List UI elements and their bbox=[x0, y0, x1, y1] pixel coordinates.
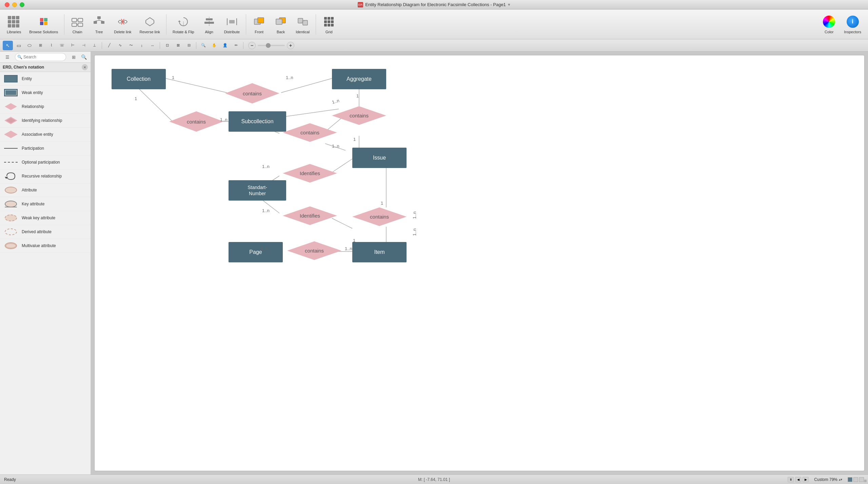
back-button[interactable]: Back bbox=[271, 12, 291, 37]
relationship-contains5[interactable]: contains bbox=[352, 207, 407, 226]
sidebar-top: ☰ 🔍 ⊞ 🔍 bbox=[0, 52, 91, 63]
zoom-tool[interactable]: 🔍 bbox=[198, 41, 209, 50]
libraries-button[interactable]: Libraries bbox=[3, 12, 24, 37]
diagram-canvas[interactable]: Collection Aggregate Subcollection Issue… bbox=[94, 55, 865, 471]
sidebar-item-relationship[interactable]: Relationship bbox=[0, 100, 91, 114]
color-button[interactable]: Color bbox=[819, 12, 839, 37]
sidebar-item-key-attribute[interactable]: Key attribute bbox=[0, 197, 91, 211]
chain-button[interactable]: Chain bbox=[67, 12, 87, 37]
resize-handle[interactable]: ⊞ bbox=[864, 479, 867, 483]
reverse-link-button[interactable]: Reverse link bbox=[136, 12, 164, 37]
relationship-contains2[interactable]: contains bbox=[169, 111, 223, 132]
arrow-h-tool[interactable]: ↔ bbox=[147, 41, 158, 50]
relationship-contains1[interactable]: contains bbox=[225, 83, 279, 104]
page-dot-2[interactable] bbox=[853, 477, 858, 482]
tree-button[interactable]: Tree bbox=[89, 12, 109, 37]
derived-attribute-label: Derived attribute bbox=[22, 229, 52, 234]
fork-tool-2[interactable]: ⊣ bbox=[79, 41, 89, 50]
curve-tool[interactable]: ∿ bbox=[115, 41, 125, 50]
sidebar-item-derived-attribute[interactable]: Derived attribute bbox=[0, 225, 91, 239]
fork-tool-1[interactable]: ⊢ bbox=[68, 41, 78, 50]
relationship-contains4[interactable]: contains bbox=[283, 123, 337, 142]
line-tool[interactable]: ╱ bbox=[104, 41, 114, 50]
distribute-button[interactable]: Distribute bbox=[221, 12, 243, 37]
participation-label: Participation bbox=[22, 146, 44, 151]
svg-line-37 bbox=[139, 89, 173, 122]
search-input[interactable] bbox=[15, 53, 66, 61]
entity-subcollection[interactable]: Subcollection bbox=[229, 111, 286, 132]
sidebar-item-identifying-rel[interactable]: Identifying relationship bbox=[0, 114, 91, 128]
maximize-button[interactable] bbox=[20, 2, 24, 7]
connector-tool[interactable]: ⌇ bbox=[46, 41, 56, 50]
pause-button[interactable]: ⏸ bbox=[788, 477, 794, 482]
phone-tool[interactable]: ☏ bbox=[57, 41, 67, 50]
close-button[interactable] bbox=[5, 2, 9, 7]
sidebar-search-button[interactable]: 🔍 bbox=[80, 53, 88, 61]
entity-standart-number[interactable]: Standart-Number bbox=[229, 180, 286, 201]
hand-tool[interactable]: ✋ bbox=[209, 41, 219, 50]
sidebar-item-recursive-rel[interactable]: Recursive relationship bbox=[0, 169, 91, 183]
rotate-flip-button[interactable]: Rotate & Flip bbox=[169, 12, 198, 37]
entity-item[interactable]: Item bbox=[352, 242, 407, 262]
pen-tool[interactable]: ✏ bbox=[231, 41, 241, 50]
entity-page[interactable]: Page bbox=[229, 242, 283, 262]
table-tool[interactable]: ⊞ bbox=[35, 41, 45, 50]
ellipse-tool[interactable]: ⬭ bbox=[24, 41, 35, 50]
sidebar-list-view[interactable]: ☰ bbox=[3, 53, 12, 61]
sidebar-item-weak-key-attribute[interactable]: Weak key attribute bbox=[0, 211, 91, 225]
arrow-v-tool[interactable]: ↕ bbox=[137, 41, 147, 50]
zoom-in-button[interactable]: + bbox=[287, 42, 294, 49]
toolbar-divider-1 bbox=[64, 14, 64, 35]
fork-tool-3[interactable]: ⊥ bbox=[90, 41, 100, 50]
label-id2-l: 1..n bbox=[262, 208, 270, 213]
minimize-button[interactable] bbox=[12, 2, 17, 7]
sidebar-item-assoc-entity[interactable]: Associative entity bbox=[0, 128, 91, 142]
zoom-slider[interactable] bbox=[258, 45, 285, 46]
select2-tool[interactable]: ⊡ bbox=[162, 41, 172, 50]
tree-icon bbox=[92, 15, 106, 29]
browse-solutions-button[interactable]: Browse Solutions bbox=[26, 12, 61, 37]
page-dot-3[interactable] bbox=[859, 477, 864, 482]
sidebar-item-participation[interactable]: Participation bbox=[0, 142, 91, 155]
identical-button[interactable]: Identical bbox=[292, 12, 313, 37]
next-page-button[interactable]: ▶ bbox=[803, 477, 809, 482]
person-tool[interactable]: 👤 bbox=[220, 41, 230, 50]
sidebar-grid-view[interactable]: ⊞ bbox=[69, 53, 78, 61]
zoom-chevron[interactable]: ▴▾ bbox=[839, 478, 842, 481]
window-title: ER Entity Relationship Diagram for Elect… bbox=[358, 2, 510, 7]
derived-attribute-preview bbox=[3, 227, 18, 237]
front-button[interactable]: Front bbox=[249, 12, 269, 37]
sidebar-item-attribute[interactable]: Attribute bbox=[0, 183, 91, 197]
traffic-lights bbox=[5, 2, 24, 7]
entity-collection[interactable]: Collection bbox=[112, 69, 166, 89]
svg-rect-26 bbox=[229, 20, 235, 23]
relationship-contains6[interactable]: contains bbox=[287, 241, 341, 260]
wave-tool[interactable]: 〜 bbox=[126, 41, 136, 50]
zoom-out-button[interactable]: − bbox=[248, 42, 256, 49]
entity-issue[interactable]: Issue bbox=[352, 148, 407, 168]
tree-label: Tree bbox=[95, 30, 103, 34]
sidebar-item-optional-participation[interactable]: Optional participation bbox=[0, 155, 91, 169]
relationship-identifies2[interactable]: Identifies bbox=[283, 206, 337, 225]
svg-marker-19 bbox=[178, 20, 181, 22]
svg-rect-8 bbox=[101, 21, 104, 24]
sidebar-item-weak-entity[interactable]: Weak entity bbox=[0, 86, 91, 100]
align-button[interactable]: Align bbox=[199, 12, 219, 37]
rect-tool[interactable]: ▭ bbox=[14, 41, 24, 50]
prev-page-button[interactable]: ◀ bbox=[795, 477, 801, 482]
transform2-tool[interactable]: ⊟ bbox=[184, 41, 194, 50]
delete-link-button[interactable]: Delete link bbox=[111, 12, 135, 37]
relationship-contains3[interactable]: contains bbox=[332, 106, 386, 125]
sidebar-item-multivalue-attribute[interactable]: Multivalue attribute bbox=[0, 239, 91, 253]
grid-button[interactable]: Grid bbox=[319, 12, 339, 37]
entity-aggregate[interactable]: Aggregate bbox=[332, 69, 386, 89]
inspectors-button[interactable]: i Inspectors bbox=[841, 12, 865, 37]
relationship-identifies1[interactable]: Identifies bbox=[283, 164, 337, 183]
sidebar-item-entity[interactable]: Entity bbox=[0, 72, 91, 86]
align-label: Align bbox=[205, 30, 213, 34]
page-dot-1[interactable] bbox=[848, 477, 852, 482]
panel-close-button[interactable]: ✕ bbox=[82, 64, 88, 70]
select-tool[interactable]: ↖ bbox=[3, 41, 13, 50]
transform1-tool[interactable]: ⊠ bbox=[173, 41, 183, 50]
label-sub-r: 1..n bbox=[265, 117, 272, 122]
